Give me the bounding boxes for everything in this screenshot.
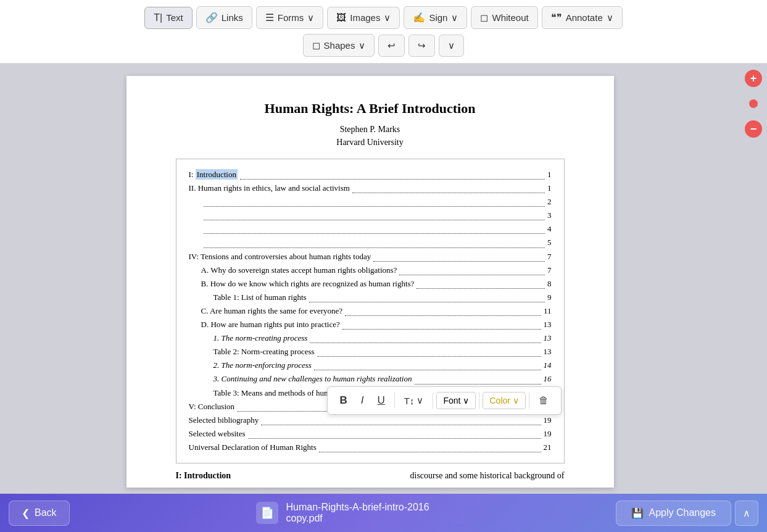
back-button[interactable]: ❮ Back: [9, 501, 70, 526]
apply-changes-button[interactable]: 💾 Apply Changes: [616, 501, 731, 526]
links-icon: 🔗: [205, 12, 218, 23]
zoom-in-button[interactable]: +: [745, 70, 762, 87]
toc-dots-5: [204, 220, 545, 234]
toc-dots-8: [399, 262, 545, 275]
color-chevron-icon: ∨: [513, 396, 519, 405]
toc-page-14: 13: [544, 345, 552, 359]
whiteout-tool-label: Whiteout: [492, 12, 528, 23]
pdf-viewer[interactable]: Human Rights: A Brief Introduction Steph…: [0, 64, 740, 500]
chevron-up-button[interactable]: ∧: [735, 501, 758, 526]
toolbar-sep-1: [394, 393, 395, 409]
text-tool-button[interactable]: T| Text: [144, 7, 192, 29]
whiteout-tool-button[interactable]: ◻ Whiteout: [471, 6, 537, 29]
sign-tool-button[interactable]: ✍ Sign ∨: [404, 6, 467, 29]
toc-label-15: 2. The norm-enforcing process: [214, 359, 312, 372]
delete-button[interactable]: 🗑: [533, 391, 555, 410]
text-icon: T|: [154, 12, 162, 23]
toc-page-13: 13: [544, 331, 552, 345]
file-icon: 📄: [256, 502, 278, 524]
undo-button[interactable]: ↩: [378, 35, 405, 57]
font-button-label: Font: [443, 396, 460, 405]
bold-button[interactable]: B: [334, 391, 354, 410]
toolbar-sep-2: [433, 393, 433, 409]
file-info: 📄 Human-Rights-A-brief-intro-2016 copy.p…: [256, 502, 429, 524]
toolbar-sep-3: [479, 393, 479, 409]
shapes-tool-label: Shapes: [324, 40, 355, 51]
toc-dots-20: [248, 425, 541, 439]
toc-label-1: I: Introduction: [189, 168, 238, 181]
toc-page-10: 9: [547, 291, 552, 304]
toc-page-9: 8: [547, 277, 552, 291]
toc-page-21: 21: [544, 441, 552, 454]
color-button[interactable]: Color ∨: [483, 392, 525, 409]
bottom-bar: ❮ Back 📄 Human-Rights-A-brief-intro-2016…: [0, 494, 767, 532]
links-tool-button[interactable]: 🔗 Links: [196, 6, 252, 29]
toc-label-11: C. Are human rights the same for everyon…: [201, 304, 343, 318]
underline-button[interactable]: U: [371, 391, 391, 410]
toc-page-5: 4: [547, 222, 552, 236]
zoom-out-button[interactable]: −: [745, 120, 762, 138]
toc-page-2: 1: [547, 181, 552, 195]
toc-dots-13: [310, 330, 541, 343]
links-tool-label: Links: [222, 12, 243, 23]
chevron-up-icon: ∧: [743, 508, 750, 518]
toc-label-10: Table 1: List of human rights: [214, 291, 307, 304]
toc-dots-12: [342, 316, 541, 330]
toc-page-1: 1: [547, 168, 552, 181]
toc-dots-2: [352, 180, 545, 193]
italic-button[interactable]: I: [355, 391, 370, 410]
shapes-tool-button[interactable]: ◻ Shapes ∨: [303, 34, 375, 57]
toc-label-21: Universal Declaration of Human Rights: [189, 441, 317, 454]
toc-dots-11: [345, 302, 541, 316]
toc-page-11: 11: [544, 304, 552, 318]
toc-page-3: 2: [547, 195, 552, 209]
forms-tool-button[interactable]: ☰ Forms ∨: [256, 6, 324, 29]
font-button[interactable]: Font ∨: [436, 392, 476, 409]
zoom-sidebar: + −: [740, 64, 767, 500]
pdf-author-line2: Harvard University: [176, 136, 565, 149]
toc-page-16: 16: [544, 372, 552, 386]
forms-chevron-icon: ∨: [307, 12, 314, 23]
forms-icon: ☰: [265, 12, 274, 23]
toc-label-16: 3. Continuing and new challenges to huma…: [214, 372, 412, 386]
file-name: Human-Rights-A-brief-intro-2016: [286, 502, 429, 513]
more-button[interactable]: ∨: [439, 35, 464, 57]
redo-icon: ↪: [418, 40, 426, 51]
undo-icon: ↩: [388, 40, 396, 51]
toc-page-20: 19: [544, 427, 552, 441]
annotate-chevron-icon: ∨: [607, 12, 613, 23]
toolbar-row-1: T| Text 🔗 Links ☰ Forms ∨ 🖼 Images ∨ ✍ S…: [144, 6, 622, 29]
images-tool-label: Images: [350, 12, 380, 23]
font-size-chevron: ∨: [417, 395, 423, 406]
toc-label-13: 1. The norm-creating process: [214, 331, 308, 345]
toc-dots-16: [415, 370, 541, 384]
zoom-in-icon: +: [750, 72, 757, 85]
color-button-label: Color: [489, 396, 510, 405]
toc-page-19: 19: [544, 414, 552, 427]
toolbar: T| Text 🔗 Links ☰ Forms ∨ 🖼 Images ∨ ✍ S…: [0, 0, 767, 64]
images-icon: 🖼: [336, 12, 346, 23]
forms-tool-label: Forms: [278, 12, 304, 23]
toc-page-8: 7: [547, 264, 552, 277]
toc-dots-1: [240, 166, 545, 180]
annotate-tool-label: Annotate: [566, 12, 603, 23]
annotate-icon: ❝❞: [551, 12, 562, 23]
toc-page-4: 3: [547, 209, 552, 222]
toc-page-7: 7: [547, 250, 552, 264]
sign-icon: ✍: [413, 12, 425, 23]
toc-label-20: Selected websites: [189, 427, 246, 441]
file-text: Human-Rights-A-brief-intro-2016 copy.pdf: [286, 502, 429, 524]
font-size-button[interactable]: T↕ ∨: [398, 391, 430, 410]
redo-button[interactable]: ↪: [408, 35, 435, 57]
images-tool-button[interactable]: 🖼 Images ∨: [327, 7, 400, 29]
toc-dots-3: [204, 193, 545, 207]
apply-group: 💾 Apply Changes ∧: [616, 501, 758, 526]
discourse-text: discourse and some historical background…: [410, 471, 565, 481]
back-button-label: Back: [35, 507, 57, 518]
toc-highlighted-intro: Introduction: [196, 169, 238, 180]
zoom-dot-button[interactable]: [749, 99, 758, 108]
annotate-tool-button[interactable]: ❝❞ Annotate ∨: [542, 6, 623, 29]
toc-dots-9: [417, 275, 545, 289]
sign-chevron-icon: ∨: [451, 12, 458, 23]
toc-label-8: A. Why do sovereign states accept human …: [201, 264, 397, 277]
